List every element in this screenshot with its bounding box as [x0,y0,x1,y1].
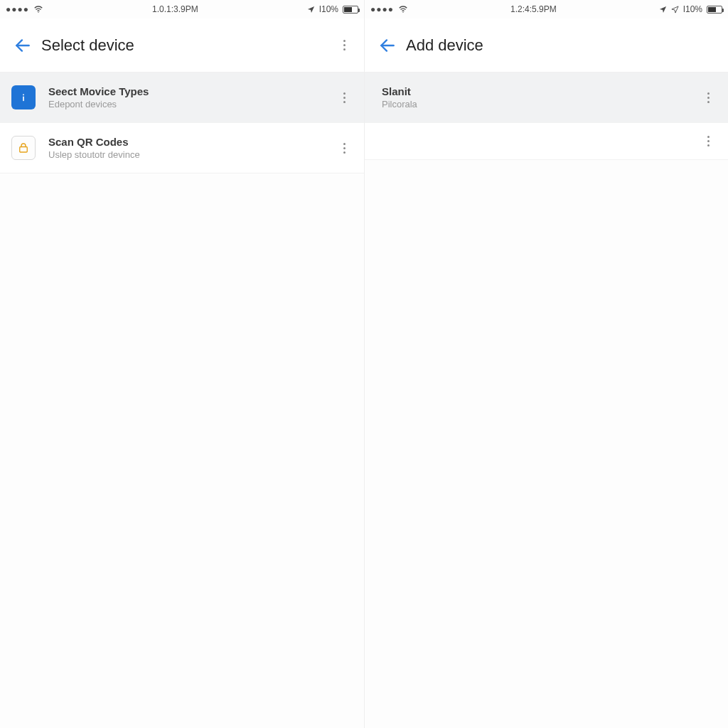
svg-rect-2 [20,147,28,153]
list-item-title: Slanit [382,85,700,97]
list-item-title: Seect Movice Types [48,85,336,97]
row-more-button[interactable] [700,92,717,103]
app-header: Add device [365,18,728,73]
arrow-left-icon [378,36,397,55]
arrow-left-icon [14,36,32,55]
list-item-select-device-types[interactable]: Seect Movice Types Edepont devices [0,73,364,123]
more-vertical-icon [343,40,346,50]
page-title: Select device [41,36,334,55]
lock-square-icon [11,136,36,160]
list-item-subtitle: Edepont devices [48,99,336,109]
app-header: Select device [0,18,364,73]
battery-icon [707,6,722,14]
back-button[interactable] [375,33,400,58]
wifi-icon [398,4,408,14]
list-content: Seect Movice Types Edepont devices Scan … [0,73,364,728]
list-item-title: Scan QR Codes [48,136,336,148]
list-item-subtitle: Uslep stoutotr devince [48,149,336,160]
more-vertical-icon [707,92,710,103]
location-icon [659,6,667,14]
list-item-empty[interactable] [365,123,728,160]
header-more-button[interactable] [334,33,354,58]
page-title: Add device [406,36,718,55]
cell-signal-icon: ●●●● [370,4,394,14]
status-bar: ●●●● 1.2:4:5.9PM I10% [365,0,728,18]
back-button[interactable] [10,33,36,58]
list-item-scan-qr-codes[interactable]: Scan QR Codes Uslep stoutotr devince [0,123,364,173]
more-vertical-icon [343,143,346,154]
info-square-icon [11,85,36,109]
wifi-icon [33,4,43,14]
more-vertical-icon [343,92,346,103]
more-vertical-icon [707,136,710,146]
svg-point-1 [23,94,24,95]
screen-select-device: ●●●● 1.0.1:3.9PM I10% Select device [0,0,364,728]
status-time: 1.0.1:3.9PM [152,4,198,14]
battery-icon [343,6,358,14]
list-content: Slanit Pilcorala [365,73,728,728]
screen-add-device: ●●●● 1.2:4:5.9PM I10% Add device Slanit … [364,0,728,728]
svg-point-0 [38,12,38,13]
list-item-subtitle: Pilcorala [382,99,700,109]
row-more-button[interactable] [336,92,353,103]
battery-pct: I10% [319,4,338,14]
status-bar: ●●●● 1.0.1:3.9PM I10% [0,0,364,18]
row-more-button[interactable] [336,143,353,154]
location-icon [671,6,679,14]
status-time: 1.2:4:5.9PM [510,4,557,14]
location-icon [307,6,315,14]
cell-signal-icon: ●●●● [6,4,29,14]
battery-pct: I10% [683,4,702,14]
svg-point-3 [402,12,403,13]
row-more-button[interactable] [700,136,717,146]
list-item-slanit[interactable]: Slanit Pilcorala [365,73,728,123]
